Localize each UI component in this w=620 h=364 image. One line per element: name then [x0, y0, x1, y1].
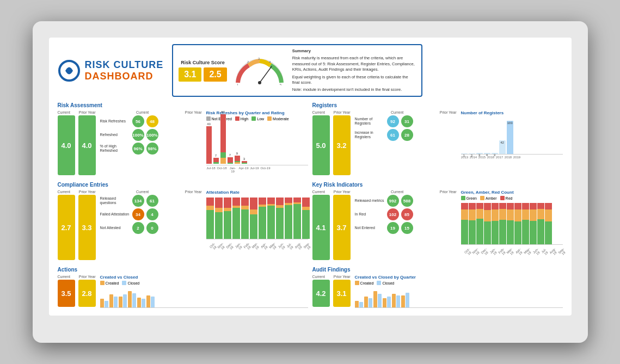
aud-legend: Created Closed [355, 281, 563, 285]
summary-title: Summary [292, 48, 416, 54]
kri-label-2: Not Entered [355, 226, 385, 230]
ra-current-1: 100% [132, 129, 144, 141]
kri-prior-2: 15 [401, 222, 413, 234]
kri-legend-dot-0 [461, 196, 465, 200]
comp-current-bar: 2.7 [58, 195, 75, 260]
svg-text:1: 1 [237, 83, 239, 85]
logo-area: RISK CULTURE DASHBOARD [58, 59, 164, 82]
reg-current-0: 92 [387, 115, 399, 127]
kri-current-bar: 4.1 [312, 195, 330, 260]
kri-row-2: Not Entered 19 15 [355, 222, 457, 234]
reg-metrics-header: Current Prior Year [355, 110, 457, 114]
act-legend-1: Closed [122, 281, 139, 285]
kri-score-panel: 4.1 3.7 [312, 195, 351, 260]
act-legend: Created Closed [100, 281, 308, 285]
aud-legend-0: Created [355, 281, 374, 285]
comp-prior-1: 4 [146, 208, 158, 220]
kri-row-0: Released metrics 992 588 [355, 195, 457, 207]
actions-panel: Actions Current Prior Year 3.5 2.8 [58, 267, 308, 309]
ra-prior-2: 98% [146, 143, 158, 155]
act-prior-bar: 2.8 [78, 280, 96, 307]
ra-prior-col: Prior Year [185, 110, 202, 114]
ra-legend-2: Low [251, 116, 264, 121]
summary-box: Summary Risk maturity is measured from e… [292, 48, 416, 93]
compliance-panel: Compliance Entries Current Prior Year 2.… [58, 182, 308, 262]
risk-assessment-title: Risk Assessment [58, 102, 308, 108]
ra-label-1: Refreshed [100, 133, 130, 137]
kri-chart-area: Green, Amber, Red Count Green Amber [461, 190, 563, 262]
ra-current-bar: 4.0 [58, 115, 75, 175]
reg-label-0: Number of Registers [355, 117, 385, 126]
reg-metrics-table: Current Prior Year Number of Registers 9… [355, 110, 457, 177]
ra-label-2: % of High Refreshed [100, 144, 130, 153]
ra-chart-area: Risk Refreshes by Quarter and Rating Not… [206, 110, 308, 177]
reg-current-bar: 5.0 [312, 115, 330, 175]
aud-chart-title: Created vs Closed by Quarter [355, 275, 563, 280]
act-current-bar: 3.5 [58, 280, 75, 307]
kri-legend-0: Green [461, 196, 477, 200]
audit-title: Audit Findings [312, 267, 563, 273]
risk-assessment-panel: Risk Assessment Current Prior Year 4.0 4… [58, 102, 308, 177]
ra-prior-bar: 4.0 [78, 115, 96, 175]
comp-score-panel: 2.7 3.3 [58, 195, 96, 260]
reg-prior-bar: 3.2 [333, 115, 351, 175]
act-legend-dot-0 [100, 281, 105, 285]
score-current: 3.1 [179, 67, 201, 82]
kri-title: Key Risk Indicators [312, 182, 563, 188]
kri-legend-dot-1 [480, 196, 484, 200]
score-left: Risk Culture Score 3.1 2.5 [179, 60, 227, 82]
kri-prior-bar: 3.7 [333, 195, 351, 260]
kri-bar-chart [461, 201, 563, 245]
registers-title: Registers [312, 102, 563, 108]
ra-bar-group: 3 [242, 157, 247, 164]
aud-legend-1: Closed [377, 281, 394, 285]
summary-note1: Equal weighting is given to each of thes… [292, 75, 416, 86]
ra-bar-group: 7 [228, 153, 233, 164]
ra-bar-chart: 43757793 [206, 122, 308, 165]
act-cc-chart [100, 286, 308, 308]
gauge-container: 1 2 3 4 5 [232, 55, 287, 85]
registers-panel: Registers Current Prior Year 5.0 3.2 [312, 102, 563, 177]
comp-metrics-table: Current Prior Year Released questions 13… [100, 190, 202, 262]
summary-text: Risk maturity is measured from each of t… [292, 55, 416, 73]
kri-label-0: Released metrics [355, 199, 385, 203]
ra-current-0: 56 [132, 115, 144, 127]
ra-prior-0: 48 [146, 115, 158, 127]
comp-current-2: 2 [132, 222, 144, 234]
ra-bar-group: 7 [213, 154, 219, 164]
compliance-title: Compliance Entries [58, 182, 308, 188]
reg-current-1: 61 [387, 129, 399, 141]
kri-legend-dot-2 [500, 196, 505, 200]
ra-metrics-header: Current Prior Year [100, 110, 202, 114]
ra-label-0: Risk Refreshes [100, 119, 130, 124]
ra-current-col: Current [136, 110, 149, 114]
laptop-frame: RISK CULTURE DASHBOARD Risk Culture Scor… [33, 21, 588, 343]
reg-prior-1: 28 [401, 129, 413, 141]
aud-legend-dot-0 [355, 281, 359, 285]
score-title: Risk Culture Score [181, 60, 225, 65]
kri-x-labels: Oct-18Nov-18Dec-18Jan-19Feb-19Mar-19Apr-… [461, 246, 563, 254]
ra-legend-dot-2 [251, 116, 256, 121]
ra-legend-1: High [235, 116, 248, 121]
reg-score-panel: 5.0 3.2 [312, 115, 351, 175]
comp-row-1: Failed Attestation 34 4 [100, 208, 202, 220]
ra-row-0: Risk Refreshes 56 48 [100, 115, 202, 127]
comp-label-2: Not Attested [100, 226, 130, 230]
aud-prior-bar: 3.1 [333, 280, 351, 307]
kri-metrics-table: Current Prior Year Released metrics 992 … [355, 190, 457, 262]
logo-line1: RISK CULTURE [85, 59, 164, 71]
comp-row-0: Released questions 134 61 [100, 195, 202, 207]
comp-prior-bar: 3.3 [78, 195, 96, 260]
act-legend-dot-1 [122, 281, 126, 285]
comp-prior-2: 0 [146, 222, 158, 234]
laptop-screen: RISK CULTURE DASHBOARD Risk Culture Scor… [49, 38, 572, 316]
audit-panel: Audit Findings Current Prior Year 4.2 3.… [312, 267, 563, 309]
logo-line2: DASHBOARD [85, 71, 164, 82]
dashboard: RISK CULTURE DASHBOARD Risk Culture Scor… [49, 38, 572, 316]
ra-legend-dot-1 [235, 116, 240, 121]
comp-current-0: 134 [132, 195, 144, 207]
comp-metrics-header: Current Prior Year [100, 190, 202, 194]
ra-row-2: % of High Refreshed 96% 98% [100, 143, 202, 155]
kri-current-2: 19 [387, 222, 399, 234]
comp-chart-title: Attestation Rate [206, 190, 308, 195]
